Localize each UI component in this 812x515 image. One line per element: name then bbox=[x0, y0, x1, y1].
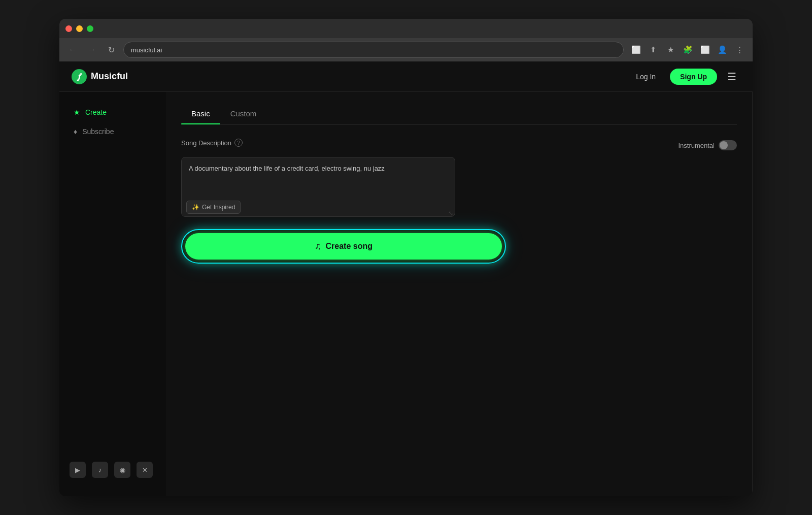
browser-window: ← → ↻ ⬜ ⬆ ★ 🧩 ⬜ 👤 ⋮ 𝆑 Musicful Log In Si… bbox=[59, 19, 753, 496]
content-area: Basic Custom Song Description ? Instrume… bbox=[166, 92, 752, 496]
music-note-icon: ♫ bbox=[315, 241, 322, 252]
right-panel-divider bbox=[752, 92, 753, 496]
sidebar: ★ Create ♦ Subscribe ▶ ♪ bbox=[59, 92, 166, 496]
header-actions: Log In Sign Up ☰ bbox=[628, 69, 740, 85]
sidebar-nav: ★ Create ♦ Subscribe bbox=[59, 102, 166, 454]
tab-custom[interactable]: Custom bbox=[220, 104, 267, 124]
tiktok-button[interactable]: ♪ bbox=[92, 462, 108, 478]
share-icon[interactable]: ⬆ bbox=[646, 43, 660, 57]
app-content: 𝆑 Musicful Log In Sign Up ☰ ★ Create bbox=[59, 61, 753, 496]
create-song-button[interactable]: ♫ Create song bbox=[185, 233, 502, 260]
instrumental-toggle: Instrumental bbox=[678, 140, 737, 150]
tabs: Basic Custom bbox=[181, 104, 737, 124]
split-view-icon[interactable]: ⬜ bbox=[698, 43, 712, 57]
sidebar-item-subscribe-label: Subscribe bbox=[82, 127, 114, 136]
create-song-label: Create song bbox=[326, 242, 373, 251]
tiktok-icon: ♪ bbox=[98, 466, 102, 474]
youtube-icon: ▶ bbox=[75, 466, 80, 474]
x-button[interactable]: ✕ bbox=[137, 462, 153, 478]
browser-titlebar bbox=[59, 19, 753, 38]
logo-icon: 𝆑 bbox=[72, 69, 87, 84]
login-button[interactable]: Log In bbox=[628, 69, 664, 85]
more-menu-icon[interactable]: ⋮ bbox=[732, 43, 747, 57]
instrumental-toggle-switch[interactable] bbox=[719, 140, 737, 150]
address-bar[interactable] bbox=[123, 42, 624, 58]
star-icon: ★ bbox=[74, 108, 80, 116]
form-section: Song Description ? Instrumental ✨ Get In… bbox=[181, 139, 737, 219]
youtube-button[interactable]: ▶ bbox=[70, 462, 86, 478]
profile-icon[interactable]: 👤 bbox=[715, 43, 729, 57]
main-layout: ★ Create ♦ Subscribe ▶ ♪ bbox=[59, 92, 753, 496]
help-icon[interactable]: ? bbox=[234, 139, 243, 147]
get-inspired-button[interactable]: ✨ Get Inspired bbox=[186, 201, 241, 214]
close-button[interactable] bbox=[65, 25, 72, 32]
create-song-wrapper: ♫ Create song bbox=[181, 229, 506, 264]
tab-basic[interactable]: Basic bbox=[181, 104, 220, 124]
diamond-icon: ♦ bbox=[74, 127, 77, 136]
sidebar-item-create-label: Create bbox=[85, 108, 107, 116]
label-row: Song Description ? Instrumental bbox=[181, 139, 737, 152]
forward-button[interactable]: → bbox=[85, 43, 99, 57]
instrumental-label: Instrumental bbox=[678, 142, 715, 149]
extensions-icon[interactable]: ⬜ bbox=[629, 43, 643, 57]
resize-handle-icon: ⤡ bbox=[448, 210, 453, 217]
maximize-button[interactable] bbox=[87, 25, 93, 32]
discord-icon: ◉ bbox=[120, 466, 125, 474]
reload-button[interactable]: ↻ bbox=[104, 43, 118, 57]
toolbar-icons: ⬜ ⬆ ★ 🧩 ⬜ 👤 ⋮ bbox=[629, 43, 747, 57]
app-header: 𝆑 Musicful Log In Sign Up ☰ bbox=[59, 61, 753, 92]
discord-button[interactable]: ◉ bbox=[114, 462, 130, 478]
app-logo: 𝆑 Musicful bbox=[72, 69, 128, 84]
puzzle-icon[interactable]: 🧩 bbox=[681, 43, 695, 57]
logo-text: Musicful bbox=[91, 71, 128, 82]
x-icon: ✕ bbox=[142, 466, 148, 474]
sparkle-icon: ✨ bbox=[192, 204, 199, 211]
signup-button[interactable]: Sign Up bbox=[670, 69, 717, 85]
textarea-wrapper: ✨ Get Inspired ⤡ bbox=[181, 157, 455, 219]
sidebar-social-links: ▶ ♪ ◉ ✕ bbox=[59, 454, 166, 486]
browser-toolbar: ← → ↻ ⬜ ⬆ ★ 🧩 ⬜ 👤 ⋮ bbox=[59, 38, 753, 61]
back-button[interactable]: ← bbox=[65, 43, 80, 57]
bookmark-icon[interactable]: ★ bbox=[663, 43, 678, 57]
song-description-label: Song Description ? bbox=[181, 139, 243, 147]
sidebar-item-subscribe[interactable]: ♦ Subscribe bbox=[63, 122, 162, 141]
sidebar-item-create[interactable]: ★ Create bbox=[63, 103, 162, 121]
minimize-button[interactable] bbox=[76, 25, 83, 32]
hamburger-menu-button[interactable]: ☰ bbox=[723, 69, 740, 85]
